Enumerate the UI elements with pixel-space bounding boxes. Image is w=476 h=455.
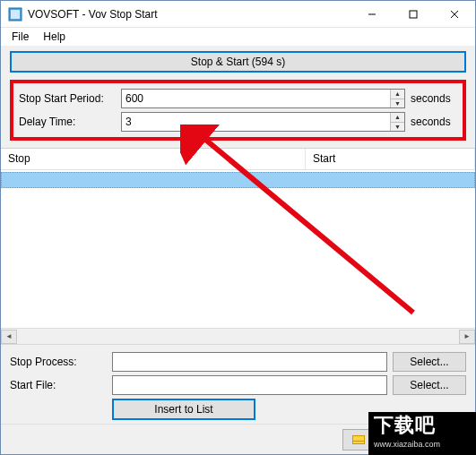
minimize-button[interactable] xyxy=(351,1,393,27)
period-highlight-box: Stop Start Period: ▲ ▼ seconds Delay Tim… xyxy=(10,80,466,141)
start-file-label: Start File: xyxy=(10,379,107,391)
svg-rect-1 xyxy=(11,10,20,19)
delay-spin-down[interactable]: ▼ xyxy=(391,123,404,132)
period-spinner[interactable]: ▲ ▼ xyxy=(121,89,405,108)
stop-process-input[interactable] xyxy=(112,352,387,372)
table-header: Stop Start xyxy=(1,149,475,170)
start-file-input[interactable] xyxy=(112,375,387,395)
svg-rect-3 xyxy=(410,11,417,18)
watermark-text: 下载吧 xyxy=(368,412,476,439)
stop-start-label: Stop & Start (594 s) xyxy=(191,56,285,68)
table-selected-row[interactable] xyxy=(1,172,475,188)
period-spin-buttons: ▲ ▼ xyxy=(390,90,404,107)
period-unit: seconds xyxy=(411,92,457,105)
titlebar: VOVSOFT - Vov Stop Start xyxy=(1,1,475,28)
scroll-left-icon[interactable]: ◄ xyxy=(1,330,17,344)
period-row: Stop Start Period: ▲ ▼ seconds xyxy=(19,87,457,110)
start-file-row: Start File: Select... xyxy=(10,373,466,397)
maximize-button[interactable] xyxy=(393,1,434,27)
close-button[interactable] xyxy=(434,1,475,27)
period-spin-up[interactable]: ▲ xyxy=(391,90,404,99)
col-start[interactable]: Start xyxy=(306,149,475,169)
delay-spin-up[interactable]: ▲ xyxy=(391,113,404,123)
table-body[interactable] xyxy=(1,170,475,328)
insert-to-list-button[interactable]: Insert to List xyxy=(112,399,255,420)
delay-unit: seconds xyxy=(411,116,457,128)
window-title: VOVSOFT - Vov Stop Start xyxy=(28,8,351,21)
col-stop[interactable]: Stop xyxy=(1,149,306,169)
stop-process-row: Stop Process: Select... xyxy=(10,350,466,373)
stop-process-label: Stop Process: xyxy=(10,356,107,368)
stop-start-button[interactable]: Stop & Start (594 s) xyxy=(10,51,466,73)
delay-label: Delay Time: xyxy=(19,116,116,128)
menubar: File Help xyxy=(1,28,475,46)
client-area: Stop & Start (594 s) Stop Start Period: … xyxy=(1,46,475,454)
period-input[interactable] xyxy=(122,92,390,105)
delay-row: Delay Time: ▲ ▼ seconds xyxy=(19,110,457,133)
period-label: Stop Start Period: xyxy=(19,92,116,105)
menu-help[interactable]: Help xyxy=(38,29,71,45)
app-window: VOVSOFT - Vov Stop Start File Help Stop … xyxy=(0,0,476,455)
window-buttons xyxy=(351,1,475,27)
horizontal-scrollbar[interactable]: ◄ ► xyxy=(1,328,475,344)
delay-input[interactable] xyxy=(122,116,390,128)
process-table: Stop Start ◄ ► xyxy=(1,148,475,344)
app-icon xyxy=(8,7,22,21)
period-spin-down[interactable]: ▼ xyxy=(391,99,404,108)
scroll-right-icon[interactable]: ► xyxy=(459,330,475,344)
stop-process-select-button[interactable]: Select... xyxy=(393,352,466,372)
delay-spinner[interactable]: ▲ ▼ xyxy=(121,112,405,132)
delay-spin-buttons: ▲ ▼ xyxy=(390,113,404,131)
watermark: 下载吧 www.xiazaiba.com xyxy=(368,412,476,455)
insert-label: Insert to List xyxy=(154,403,212,416)
start-file-select-button[interactable]: Select... xyxy=(393,375,466,395)
menu-file[interactable]: File xyxy=(6,29,34,45)
envelope-icon xyxy=(352,435,365,444)
watermark-url: www.xiazaiba.com xyxy=(368,439,476,450)
